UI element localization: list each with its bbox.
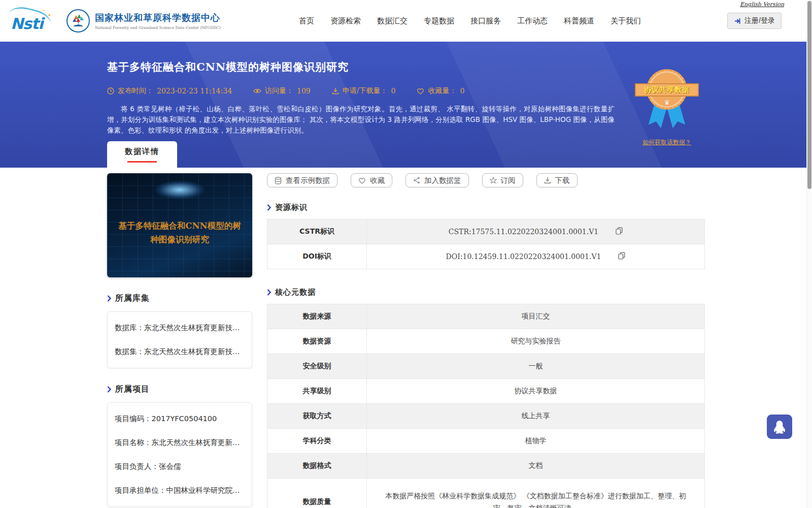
dataset-link[interactable]: 数据集：东北天然次生林抚育更新技术…	[108, 340, 252, 364]
cstr-label: CSTR标识	[267, 219, 367, 244]
data-quality-value: 本数据严格按照《林业科学数据集成规范》 《文档数据加工整合标准》进行数据加工、整…	[367, 479, 705, 508]
nav-special-data[interactable]: 专题数据	[424, 16, 454, 26]
tab-data-detail[interactable]: 数据详情	[107, 141, 177, 168]
main-content: 基于多特征融合和CNN模型的树种图像识别研究 所属库集 数据库：东北天然次生林抚…	[107, 168, 705, 508]
project-organization: 项目承担单位：中国林业科学研究院资…	[108, 479, 252, 502]
identifier-section-title: 资源标识	[275, 203, 308, 212]
subject-category-value: 植物学	[367, 429, 705, 454]
add-to-basket-button[interactable]: 加入数据篮	[405, 173, 469, 187]
favorite-button[interactable]: 收藏	[351, 173, 392, 187]
access-method-label: 获取方式	[267, 404, 367, 429]
visits-value: 109	[297, 87, 311, 95]
detail-panel: 查看示例数据 收藏 加入数据篮 订阅	[267, 173, 705, 508]
access-method-value: 线上共享	[367, 404, 705, 429]
table-row: 数据质量 本数据严格按照《林业科学数据集成规范》 《文档数据加工整合标准》进行数…	[267, 479, 705, 508]
project-section-title: 所属项目	[115, 384, 150, 395]
table-row: 数据来源 项目汇交	[267, 304, 705, 329]
dataset-title: 基于多特征融合和CNN模型的树种图像识别研究	[107, 42, 705, 74]
vertical-scrollbar	[806, 0, 812, 508]
copy-icon[interactable]	[616, 227, 623, 236]
dataset-meta-row: 发布时间：2023-02-23 11:14:34 访问量：109 申请/下载量：…	[107, 86, 705, 96]
nav-data-submission[interactable]: 数据汇交	[377, 16, 408, 26]
library-section-title: 所属库集	[115, 293, 150, 304]
data-resource-label: 数据资源	[267, 329, 367, 354]
download-icon	[544, 177, 551, 184]
english-version-link[interactable]: English Version	[740, 1, 784, 8]
data-format-label: 数据格式	[267, 454, 367, 479]
data-quality-label: 数据质量	[267, 479, 367, 508]
badge-text: 协议共享数据	[644, 85, 690, 94]
dataset-thumbnail: 基于多特征融合和CNN模型的树种图像识别研究	[107, 173, 252, 277]
table-row: CSTR标识 CSTR:17575.11.0220220324001.0001.…	[267, 219, 705, 244]
table-row: 数据格式 文档	[267, 454, 705, 479]
favorite-label: 收藏	[370, 176, 385, 185]
metadata-table: 数据来源 项目汇交 数据资源 研究与实验报告 安全级别 一般 共享级别 协议共享…	[267, 304, 705, 508]
download-icon	[332, 87, 339, 94]
project-name: 项目名称：东北天然次生林抚育更新技…	[108, 431, 252, 455]
nav-api-service[interactable]: 接口服务	[470, 16, 501, 26]
table-row: 获取方式 线上共享	[267, 404, 705, 429]
share-level-label: 共享级别	[267, 379, 367, 404]
nav-home[interactable]: 首页	[299, 16, 314, 26]
table-row: 共享级别 协议共享数据	[267, 379, 705, 404]
database-icon	[275, 177, 282, 184]
main-nav: 首页 资源检索 数据汇交 专题数据 接口服务 工作动态 科普频道 关于我们	[299, 16, 641, 26]
project-code: 项目编码：2017YFC0504100	[108, 407, 252, 431]
nav-about-us[interactable]: 关于我们	[611, 16, 641, 26]
login-icon	[734, 17, 741, 25]
database-link[interactable]: 数据库：东北天然次生林抚育更新技术…	[108, 316, 252, 340]
visits-label: 访问量：	[265, 86, 293, 96]
favorite-count: 收藏量：0	[417, 86, 464, 96]
add-basket-label: 加入数据篮	[424, 176, 461, 185]
subscribe-button[interactable]: 订阅	[482, 173, 523, 187]
doi-label: DOI标识	[267, 244, 367, 269]
how-to-get-data-link[interactable]: 如何获取该数据？	[642, 138, 691, 147]
medal-icon: 协议共享数据 ♛	[634, 65, 700, 136]
downloads-label: 申请/下载量：	[343, 86, 388, 96]
qq-penguin-icon	[773, 420, 786, 434]
library-card: 数据库：东北天然次生林抚育更新技术… 数据集：东北天然次生林抚育更新技术…	[107, 311, 252, 368]
nsti-logo-star-icon: ✦	[43, 9, 45, 12]
heart-icon	[358, 177, 366, 184]
nav-science-channel[interactable]: 科普频道	[564, 16, 594, 26]
view-sample-data-button[interactable]: 查看示例数据	[267, 173, 337, 187]
chevron-right-icon	[107, 295, 111, 302]
dataset-description: 将 6 类常见树种（樟子松、山杨、白桦、落叶松、雪松和白皮松）图像作为研究对象。…	[107, 104, 615, 136]
identifier-section-header: 资源标识	[267, 203, 705, 212]
top-header: English Version Nsti ✦ ✦ 国家林业和草原科学数据中心 N…	[0, 0, 812, 42]
cstr-value: CSTR:17575.11.0220220324001.0001.V1	[449, 228, 599, 236]
data-source-label: 数据来源	[267, 304, 367, 329]
table-row: DOI标识 DOI:10.12459.11.0220220324001.0001…	[267, 244, 705, 269]
scrollbar-thumb[interactable]	[807, 1, 811, 189]
center-name-en: National Forestry and Grassland Science …	[95, 25, 221, 30]
data-source-value: 项目汇交	[367, 304, 705, 329]
nav-work-news[interactable]: 工作动态	[517, 16, 548, 26]
data-format-value: 文档	[367, 454, 705, 479]
favorites-value: 0	[460, 87, 464, 95]
thumbnail-title: 基于多特征融合和CNN模型的树种图像识别研究	[116, 219, 244, 246]
medal-band: 协议共享数据	[635, 83, 699, 97]
table-row: 安全级别 一般	[267, 354, 705, 379]
left-sidebar: 基于多特征融合和CNN模型的树种图像识别研究 所属库集 数据库：东北天然次生林抚…	[107, 173, 252, 508]
chevron-right-icon	[107, 386, 111, 393]
nsti-logo: Nsti ✦ ✦	[8, 8, 52, 34]
subscribe-label: 订阅	[501, 176, 516, 185]
action-buttons: 查看示例数据 收藏 加入数据篮 订阅	[267, 173, 705, 187]
register-login-button[interactable]: 注册/登录	[727, 13, 782, 29]
publish-time: 发布时间：2023-02-23 11:14:34	[107, 86, 232, 96]
star-icon	[490, 177, 497, 184]
download-button[interactable]: 下载	[536, 173, 578, 187]
login-label: 注册/登录	[745, 16, 775, 25]
doi-value: DOI:10.12459.11.0220220324001.0001.V1	[446, 252, 601, 261]
qq-contact-button[interactable]	[767, 415, 792, 439]
project-section-header: 所属项目	[107, 384, 252, 395]
publish-label: 发布时间：	[118, 86, 153, 96]
project-leader: 项目负责人：张会儒	[108, 455, 252, 479]
copy-icon[interactable]	[618, 252, 625, 261]
table-row: 数据资源 研究与实验报告	[267, 329, 705, 354]
share-badge: 协议共享数据 ♛ 如何获取该数据？	[634, 65, 700, 147]
nav-resource-search[interactable]: 资源检索	[330, 16, 361, 26]
download-count: 申请/下载量：0	[332, 86, 396, 96]
visit-count: 访问量：109	[253, 86, 311, 96]
share-level-value: 协议共享数据	[367, 379, 705, 404]
